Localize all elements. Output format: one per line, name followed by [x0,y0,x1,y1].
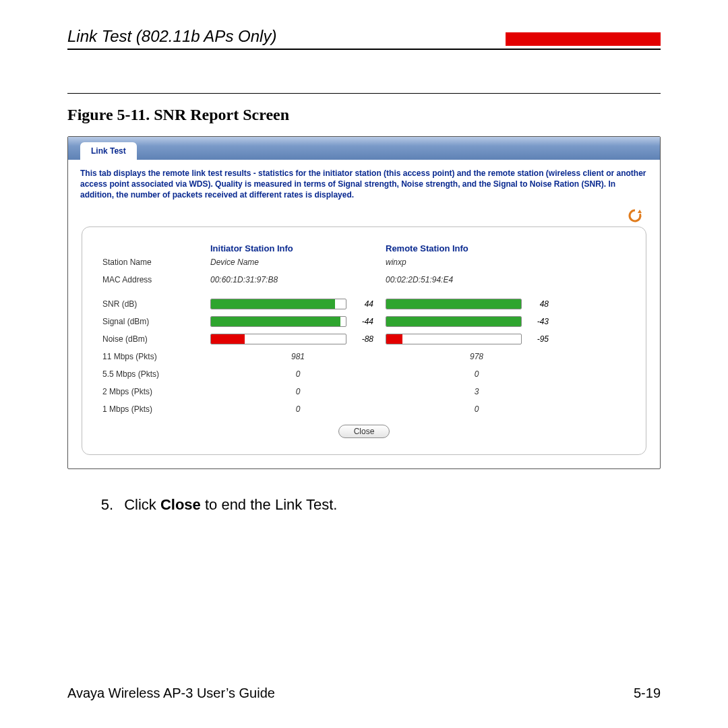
row-snr-label: SNR (dB) [102,295,210,313]
noise-initiator-value: -88 [352,334,373,344]
page-footer: Avaya Wireless AP-3 User’s Guide 5-19 [67,686,661,701]
header-red-bar [506,32,661,46]
r11-initiator: 981 [210,348,386,365]
r55-initiator: 0 [210,365,386,383]
step-number: 5. [94,496,113,514]
page-header: Link Test (802.11b APs Only) [67,27,661,50]
r55-remote: 0 [386,365,568,383]
snr-initiator-bar [210,299,346,309]
snr-remote-bar [386,299,522,309]
refresh-icon[interactable] [627,208,643,224]
row-1mbps-label: 1 Mbps (Pkts) [102,400,210,418]
snr-remote-value: 48 [527,299,549,309]
noise-initiator-bar [210,334,346,344]
caption-rule [67,93,661,94]
signal-initiator-value: -44 [352,317,373,326]
screenshot-panel: Link Test This tab displays the remote l… [67,136,661,469]
col-initiator: Initiator Station Info [210,243,386,253]
close-button[interactable]: Close [338,425,390,438]
tab-link-test[interactable]: Link Test [80,142,137,160]
footer-page: 5-19 [634,686,661,701]
row-55mbps-label: 5.5 Mbps (Pkts) [102,365,210,383]
step-bold: Close [160,496,201,513]
station-name-remote: winxp [386,253,568,271]
r2-initiator: 0 [210,383,386,400]
signal-remote-value: -43 [527,317,549,326]
row-mac-label: MAC Address [102,271,210,289]
section-title: Link Test (802.11b APs Only) [67,27,276,46]
footer-guide: Avaya Wireless AP-3 User’s Guide [67,686,275,701]
row-11mbps-label: 11 Mbps (Pkts) [102,348,210,365]
noise-remote-value: -95 [527,334,549,344]
row-station-name-label: Station Name [102,253,210,271]
r11-remote: 978 [386,348,568,365]
results-panel: Initiator Station Info Remote Station In… [82,226,646,455]
row-noise-label: Noise (dBm) [102,330,210,348]
r1-remote: 0 [386,400,568,418]
noise-remote-bar [386,334,522,344]
mac-remote: 00:02:2D:51:94:E4 [386,271,568,289]
tab-strip: Link Test [68,137,660,160]
station-name-initiator: Device Name [210,253,386,271]
col-remote: Remote Station Info [386,243,568,253]
figure-caption: Figure 5-11. SNR Report Screen [67,106,661,124]
r1-initiator: 0 [210,400,386,418]
row-2mbps-label: 2 Mbps (Pkts) [102,383,210,400]
instruction-step: 5. Click Close to end the Link Test. [67,496,661,514]
signal-remote-bar [386,316,522,327]
row-signal-label: Signal (dBm) [102,313,210,330]
snr-initiator-value: 44 [352,299,373,309]
mac-initiator: 00:60:1D:31:97:B8 [210,271,386,289]
tab-description: This tab displays the remote link test r… [68,160,660,204]
signal-initiator-bar [210,316,346,327]
r2-remote: 3 [386,383,568,400]
step-prefix: Click [124,496,160,513]
step-suffix: to end the Link Test. [201,496,338,513]
